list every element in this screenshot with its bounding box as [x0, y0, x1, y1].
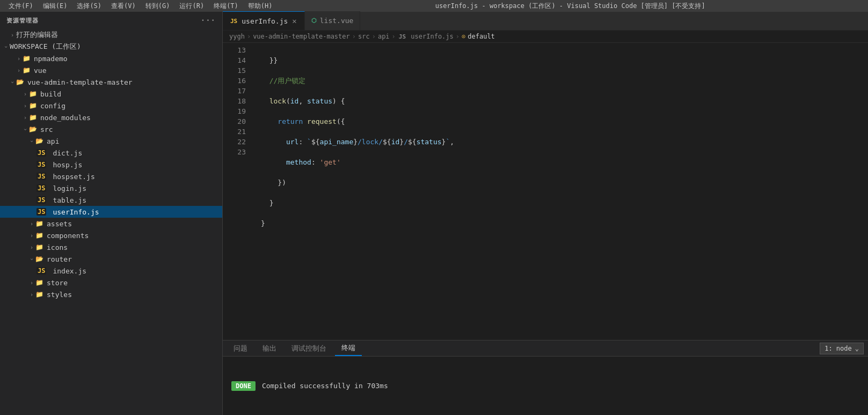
chevron-icon: › — [24, 103, 27, 109]
menu-goto[interactable]: 转到(G) — [141, 2, 174, 11]
js-file-icon: JS — [37, 184, 46, 192]
sidebar-item-login[interactable]: JS login.js — [0, 182, 222, 194]
sidebar-item-dict[interactable]: JS dict.js — [0, 147, 222, 159]
chevron-icon: › — [17, 68, 20, 73]
sidebar-item-build[interactable]: › 📁 build — [0, 88, 222, 100]
chevron-icon: › — [10, 80, 16, 84]
js-file-icon: JS — [37, 267, 46, 275]
menu-bar[interactable]: 文件(F) 编辑(E) 选择(S) 查看(V) 转到(G) 运行(R) 终端(T… — [4, 2, 277, 11]
panel-tab-terminal[interactable]: 终端 — [335, 341, 362, 356]
chevron-down-icon: ⌄ — [855, 345, 859, 352]
menu-select[interactable]: 选择(S) — [72, 2, 106, 11]
sidebar-item-label: styles — [47, 291, 72, 299]
done-badge: DONE — [231, 381, 256, 391]
open-editors-label: 打开的编辑器 — [16, 30, 58, 40]
breadcrumb-sep: › — [372, 33, 376, 40]
more-icon[interactable]: ··· — [201, 16, 216, 25]
editor-area: JS userInfo.js ✕ ⬡ list.vue yygh › vue-a… — [223, 12, 868, 415]
sidebar-item-label: table.js — [53, 196, 86, 204]
chevron-icon: › — [17, 56, 20, 62]
tab-bar: JS userInfo.js ✕ ⬡ list.vue — [223, 12, 868, 31]
sidebar-content: › 打开的编辑器 › WORKSPACE (工作区) › 📁 npmademo … — [0, 29, 222, 415]
panel-tabs: 问题 输出 调试控制台 终端 1: node ⌄ — [223, 340, 868, 357]
breadcrumb-part-1[interactable]: vue-admin-template-master — [253, 33, 350, 40]
menu-help[interactable]: 帮助(H) — [244, 2, 277, 11]
sidebar-item-label: index.js — [53, 267, 86, 275]
chevron-icon: › — [29, 257, 35, 261]
sidebar-item-store[interactable]: › 📁 store — [0, 277, 222, 288]
sidebar-item-table[interactable]: JS table.js — [0, 194, 222, 206]
menu-edit[interactable]: 编辑(E) — [39, 2, 72, 11]
chevron-icon: › — [30, 221, 33, 227]
sidebar-item-label: node_modules — [40, 114, 91, 122]
sidebar-item-api[interactable]: › 📂 api — [0, 135, 222, 147]
sidebar-item-styles[interactable]: › 📁 styles — [0, 288, 222, 300]
panel-tab-debug-console[interactable]: 调试控制台 — [285, 342, 333, 355]
breadcrumb-bracket-icon: ⊙ — [462, 33, 465, 40]
panel-tab-output[interactable]: 输出 — [256, 342, 283, 355]
chevron-icon: › — [30, 244, 33, 250]
menu-run[interactable]: 运行(R) — [175, 2, 208, 11]
chevron-icon: › — [29, 139, 35, 143]
sidebar-item-components[interactable]: › 📁 components — [0, 229, 222, 241]
code-line-15: lock(id, status) { — [261, 96, 868, 106]
code-line-14: //用户锁定 — [261, 76, 868, 86]
sidebar-item-label: vue — [34, 66, 46, 75]
menu-view[interactable]: 查看(V) — [107, 2, 140, 11]
sidebar-item-router-index[interactable]: JS index.js — [0, 265, 222, 277]
chevron-icon: › — [11, 32, 14, 38]
sidebar-item-label: router — [47, 255, 72, 263]
tab-listvue[interactable]: ⬡ list.vue — [305, 11, 361, 30]
panel-tab-problems[interactable]: 问题 — [227, 342, 254, 355]
workspace-section[interactable]: › WORKSPACE (工作区) — [0, 41, 222, 53]
breadcrumb-part-3[interactable]: api — [378, 33, 390, 40]
terminal-content: DONE Compiled successfully in 703ms — [223, 357, 868, 415]
js-file-icon: JS — [37, 196, 46, 204]
code-content[interactable]: }} //用户锁定 lock(id, status) { return requ… — [252, 43, 868, 340]
sidebar-item-label: hosp.js — [53, 161, 82, 169]
folder-icon: 📁 — [29, 90, 37, 98]
folder-icon: 📁 — [29, 102, 37, 109]
breadcrumb-part-5[interactable]: default — [468, 33, 495, 40]
folder-icon: 📁 — [35, 232, 43, 239]
chevron-icon: › — [24, 115, 27, 121]
breadcrumb-part-0[interactable]: yygh — [229, 33, 245, 40]
sidebar-item-hosp[interactable]: JS hosp.js — [0, 159, 222, 171]
code-editor[interactable]: 13 14 15 16 17 18 19 20 21 22 23 }} //用户… — [223, 43, 868, 340]
workspace-chevron-icon: › — [3, 45, 9, 48]
sidebar-item-npmademo[interactable]: › 📁 npmademo — [0, 53, 222, 64]
menu-file[interactable]: 文件(F) — [4, 2, 38, 11]
sidebar-item-assets[interactable]: › 📁 assets — [0, 218, 222, 229]
sidebar-item-router[interactable]: › 📂 router — [0, 253, 222, 265]
sidebar-item-vue[interactable]: › 📁 vue — [0, 64, 222, 76]
main-layout: 资源管理器 ··· › 打开的编辑器 › WORKSPACE (工作区) › 📁… — [0, 12, 868, 415]
sidebar-item-vue-admin[interactable]: › 📂 vue-admin-template-master — [0, 76, 222, 88]
code-line-16: return request({ — [261, 116, 868, 127]
folder-open-icon: 📂 — [29, 125, 37, 133]
sidebar-item-config[interactable]: › 📁 config — [0, 100, 222, 112]
panel-terminal-dropdown[interactable]: 1: node ⌄ — [820, 343, 864, 354]
sidebar-item-label: npmademo — [34, 55, 68, 63]
tab-label: list.vue — [320, 17, 354, 25]
sidebar-item-icons[interactable]: › 📁 icons — [0, 241, 222, 253]
breadcrumb-part-4[interactable]: JS userInfo.js — [398, 33, 454, 40]
folder-open-icon: 📂 — [16, 78, 24, 86]
chevron-icon: › — [30, 233, 33, 239]
sidebar-item-src[interactable]: › 📂 src — [0, 123, 222, 135]
workspace-label: WORKSPACE (工作区) — [10, 42, 81, 51]
sidebar-item-hospset[interactable]: JS hospset.js — [0, 171, 222, 182]
chevron-icon: › — [24, 91, 27, 97]
titlebar: 文件(F) 编辑(E) 选择(S) 查看(V) 转到(G) 运行(R) 终端(T… — [0, 0, 868, 12]
vue-tab-icon: ⬡ — [311, 17, 317, 24]
tab-close-icon[interactable]: ✕ — [291, 16, 297, 26]
sidebar-item-userinfo[interactable]: JS userInfo.js — [0, 206, 222, 218]
open-editors-section[interactable]: › 打开的编辑器 — [0, 29, 222, 41]
breadcrumb-sep: › — [352, 33, 356, 40]
menu-terminal[interactable]: 终端(T) — [209, 2, 243, 11]
tab-userinfo[interactable]: JS userInfo.js ✕ — [223, 11, 305, 30]
breadcrumb: yygh › vue-admin-template-master › src ›… — [223, 31, 868, 43]
bottom-panel: 问题 输出 调试控制台 终端 1: node ⌄ DONE Compiled s… — [223, 340, 868, 415]
breadcrumb-part-2[interactable]: src — [358, 33, 370, 40]
sidebar-item-node-modules[interactable]: › 📁 node_modules — [0, 112, 222, 123]
sidebar: 资源管理器 ··· › 打开的编辑器 › WORKSPACE (工作区) › 📁… — [0, 12, 223, 415]
